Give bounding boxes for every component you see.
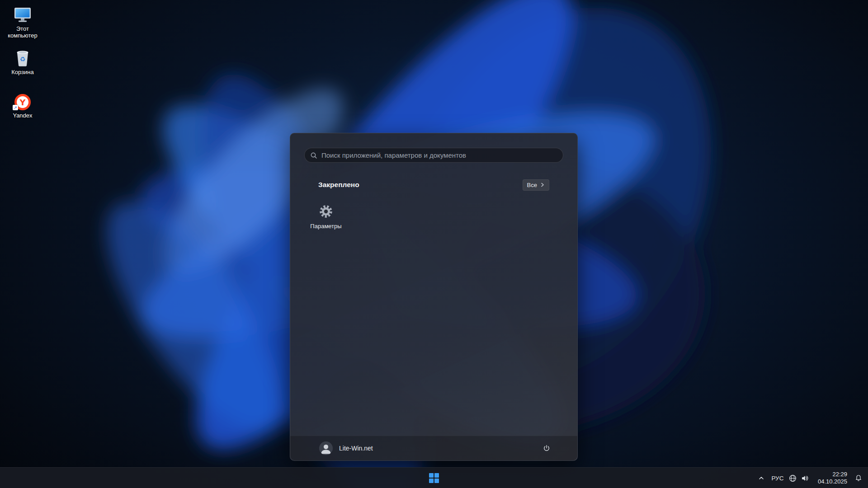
tray-overflow-button[interactable] [755, 469, 768, 487]
chevron-up-icon [758, 475, 764, 481]
user-avatar-icon [319, 441, 333, 455]
pinned-section-header: Закреплено Все [318, 178, 549, 191]
windows-logo-icon [429, 473, 439, 483]
time-label: 22:29 [832, 471, 847, 478]
username-label: Lite-Win.net [339, 445, 373, 452]
network-button[interactable] [787, 469, 799, 487]
globe-network-icon [789, 474, 797, 482]
user-account-button[interactable]: Lite-Win.net [319, 439, 377, 457]
pinned-app-label: Параметры [310, 223, 341, 230]
search-icon [310, 152, 317, 159]
date-label: 04.10.2025 [818, 478, 847, 485]
volume-button[interactable] [799, 469, 811, 487]
notification-bell-icon [855, 474, 862, 482]
all-apps-label: Все [527, 182, 537, 188]
language-label: РУС [771, 475, 783, 482]
system-tray: РУС 22:29 04.10.2025 [755, 468, 865, 488]
yandex-icon: Y ↗ [2, 91, 43, 110]
svg-text:♻: ♻ [20, 56, 26, 63]
desktop-icon-recycle-bin[interactable]: ♻ Корзина [2, 48, 43, 76]
start-button[interactable] [425, 469, 443, 487]
gear-icon [318, 203, 334, 220]
start-menu-footer: Lite-Win.net [290, 436, 577, 460]
search-box [304, 148, 563, 163]
search-input[interactable] [321, 151, 557, 159]
this-pc-icon [2, 5, 43, 23]
all-apps-button[interactable]: Все [523, 179, 549, 191]
notification-button[interactable] [852, 469, 865, 487]
speaker-icon [801, 474, 809, 482]
desktop-icon-label: Корзина [2, 69, 43, 76]
power-button[interactable] [538, 439, 556, 457]
language-indicator[interactable]: РУС [768, 469, 787, 487]
power-icon [542, 444, 551, 452]
pinned-title: Закреплено [318, 181, 359, 189]
taskbar: РУС 22:29 04.10.2025 [0, 467, 868, 488]
clock[interactable]: 22:29 04.10.2025 [814, 469, 851, 487]
desktop-icon-label: Этот компьютер [2, 26, 43, 39]
start-menu: Закреплено Все Параметры Lite-Win.ne [290, 133, 578, 461]
recycle-bin-icon: ♻ [2, 48, 43, 67]
desktop-icon-this-pc[interactable]: Этот компьютер [2, 5, 43, 39]
pinned-app-settings[interactable]: Параметры [303, 200, 349, 239]
desktop-icon-label: Yandex [2, 113, 43, 119]
chevron-right-icon [540, 183, 545, 187]
desktop-icon-yandex[interactable]: Y ↗ Yandex [2, 91, 43, 119]
shortcut-arrow-icon: ↗ [13, 105, 18, 110]
